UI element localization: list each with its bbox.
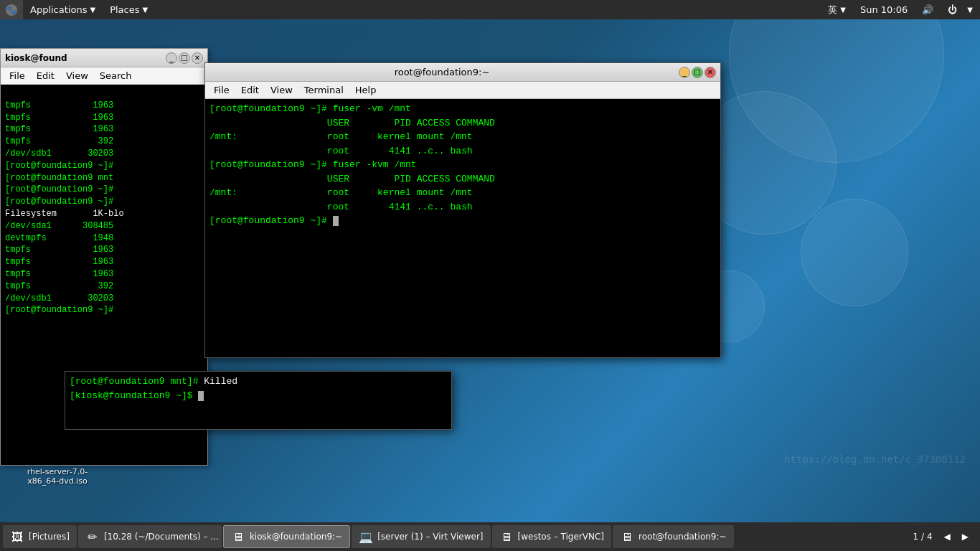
taskbar-pagination: 1 / 4 — [909, 525, 937, 548]
terminal-kiosk-window: [root@foundation9 mnt]# Killed [kiosk@fo… — [65, 371, 452, 430]
root-term-icon: 🖥 — [620, 529, 634, 544]
window-controls: _ □ ✕ — [166, 52, 203, 64]
volume-icon[interactable]: 🔊 — [918, 0, 938, 19]
iso-icon-label: rhel-server-7.0-x86_64-dvd.iso — [24, 467, 90, 486]
terminal-root-title: root@foundation9:~ — [209, 67, 674, 77]
taskbar-westos-vnc-label: [westos – TigerVNC] — [518, 532, 605, 542]
close-button[interactable]: ✕ — [192, 52, 203, 64]
fm-menu-edit[interactable]: Edit — [31, 69, 60, 83]
topbar-right: 英 ▼ Sun 10:06 🔊 ⏻ ▼ — [824, 0, 980, 19]
terminal-maximize-btn[interactable]: □ — [692, 67, 703, 78]
documents-icon: ✏ — [85, 529, 100, 544]
minimize-button[interactable]: _ — [166, 52, 177, 64]
term-menu-help[interactable]: Help — [349, 83, 382, 97]
power-arrow: ▼ — [967, 6, 973, 14]
power-button[interactable]: ⏻ — [943, 0, 961, 19]
fm-menu-file[interactable]: File — [4, 69, 31, 83]
file-manager-title: kiosk@found — [5, 53, 67, 63]
applications-menu[interactable]: Applications ▼ — [23, 0, 103, 19]
watermark: https://blog.dn.net/c_37308112 — [784, 453, 966, 465]
svg-text:🐾: 🐾 — [6, 5, 17, 15]
term-menu-view[interactable]: View — [265, 83, 298, 97]
taskbar: 🖼 [Pictures] ✏ [10.28 (~/Documents) – ..… — [0, 522, 980, 551]
fm-menu-view[interactable]: View — [60, 69, 94, 83]
westos-vnc-icon: 🖥 — [499, 529, 514, 544]
taskbar-root-term[interactable]: 🖥 root@foundation9:~ — [613, 525, 734, 548]
taskbar-prev-btn[interactable]: ◀ — [940, 525, 955, 548]
term-menu-edit[interactable]: Edit — [235, 83, 265, 97]
terminal-close-btn[interactable]: ✕ — [705, 67, 716, 78]
kiosk-term-icon: 🖥 — [231, 529, 245, 544]
fm-menu-search[interactable]: Search — [94, 69, 138, 83]
term-menu-terminal[interactable]: Terminal — [298, 83, 349, 97]
file-manager-titlebar: kiosk@found _ □ ✕ — [1, 49, 207, 67]
taskbar-kiosk-term[interactable]: 🖥 kiosk@foundation9:~ — [223, 525, 350, 548]
taskbar-right: 1 / 4 ◀ ▶ — [909, 525, 977, 548]
taskbar-next-btn[interactable]: ▶ — [958, 525, 973, 548]
taskbar-documents-label: [10.28 (~/Documents) – ... — [104, 532, 219, 542]
terminal-root-menubar: File Edit View Terminal Help — [205, 82, 720, 99]
taskbar-server-viewer-label: [server (1) – Virt Viewer] — [377, 532, 483, 542]
file-manager-menubar: File Edit View Search — [1, 67, 207, 85]
terminal-root-content: [root@foundation9 ~]# fuser -vm /mnt USE… — [205, 99, 720, 357]
terminal-root-window: root@foundation9:~ _ □ ✕ File Edit View … — [204, 62, 721, 358]
deco-circle-3 — [801, 199, 908, 306]
taskbar-root-term-label: root@foundation9:~ — [639, 532, 727, 542]
maximize-button[interactable]: □ — [179, 52, 190, 64]
taskbar-pictures[interactable]: 🖼 [Pictures] — [3, 525, 77, 548]
taskbar-pictures-label: [Pictures] — [29, 532, 70, 542]
taskbar-server-viewer[interactable]: 💻 [server (1) – Virt Viewer] — [352, 525, 490, 548]
term-menu-file[interactable]: File — [208, 83, 235, 97]
desktop: ho... Tr... V V... — [0, 19, 980, 522]
gnome-logo: 🐾 — [0, 0, 23, 19]
clock[interactable]: Sun 10:06 — [856, 0, 912, 19]
terminal-root-controls: _ □ ✕ — [679, 67, 716, 78]
terminal-kiosk-content: [root@foundation9 mnt]# Killed [kiosk@fo… — [65, 372, 451, 429]
terminal-minimize-btn[interactable]: _ — [679, 67, 690, 78]
topbar-left: 🐾 Applications ▼ Places ▼ — [0, 0, 155, 19]
taskbar-kiosk-term-label: kiosk@foundation9:~ — [250, 532, 342, 542]
server-viewer-icon: 💻 — [359, 529, 373, 544]
places-menu[interactable]: Places ▼ — [103, 0, 155, 19]
taskbar-westos-vnc[interactable]: 🖥 [westos – TigerVNC] — [492, 525, 612, 548]
topbar: 🐾 Applications ▼ Places ▼ 英 ▼ Sun 10:06 … — [0, 0, 980, 19]
language-indicator[interactable]: 英 ▼ — [824, 0, 850, 19]
pictures-icon: 🖼 — [10, 529, 24, 544]
taskbar-documents[interactable]: ✏ [10.28 (~/Documents) – ... — [78, 525, 222, 548]
terminal-root-titlebar: root@foundation9:~ _ □ ✕ — [205, 63, 720, 82]
